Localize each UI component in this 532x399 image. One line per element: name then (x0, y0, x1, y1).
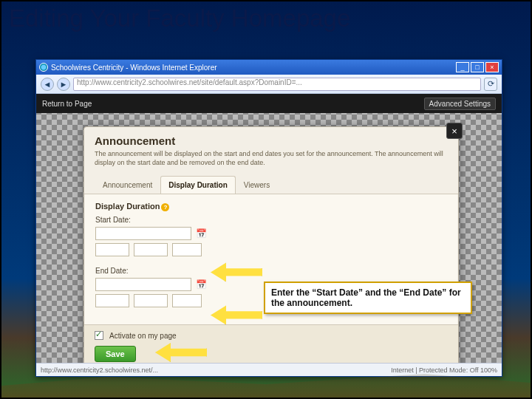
browser-titlebar: Schoolwires Centricity - Windows Interne… (36, 60, 502, 75)
status-right: Internet | Protected Mode: Off 100% (391, 366, 497, 374)
back-button[interactable]: ◄ (41, 78, 54, 91)
tab-viewers[interactable]: Viewers (236, 176, 278, 194)
status-left: http://www.centricity2.schoolwires.net/.… (41, 366, 158, 374)
modal-header: Announcement The announcement will be di… (84, 127, 458, 171)
end-date-label: End Date: (95, 267, 447, 275)
calendar-icon[interactable]: 📅 (196, 228, 207, 239)
cms-topbar: Return to Page Advanced Settings (36, 94, 502, 113)
end-date-input[interactable] (95, 278, 191, 291)
end-ampm-input[interactable] (172, 294, 202, 307)
arrow-icon (211, 305, 262, 324)
modal-footer: Activate on my page (84, 324, 458, 346)
callout-dates: Enter the “Start Date” and the “End Date… (264, 282, 472, 314)
page-viewport: Return to Page Advanced Settings × Annou… (36, 94, 502, 363)
modal-description: The announcement will be displayed on th… (95, 150, 448, 167)
close-window-button[interactable]: × (485, 62, 499, 72)
browser-window: Schoolwires Centricity - Windows Interne… (35, 59, 502, 377)
modal-tabs: Announcement Display Duration Viewers (84, 176, 458, 194)
return-link[interactable]: Return to Page (42, 100, 92, 108)
browser-toolbar: ◄ ► http://www.centricity2.schoolwires.n… (36, 75, 502, 94)
save-button[interactable]: Save (95, 346, 136, 362)
refresh-button[interactable]: ⟳ (484, 78, 497, 91)
activate-checkbox[interactable] (95, 331, 103, 340)
maximize-button[interactable]: □ (471, 62, 484, 72)
forward-button[interactable]: ► (57, 78, 70, 91)
tab-announcement[interactable]: Announcement (95, 176, 160, 194)
start-date-label: Start Date: (95, 216, 447, 224)
slide-title: Editing Your Faculty Homepage (9, 4, 523, 33)
address-bar[interactable]: http://www.centricity2.schoolwires.net/s… (73, 78, 481, 91)
modal-body: Display Duration? Start Date: 📅 End Date… (85, 194, 457, 324)
close-icon[interactable]: × (446, 123, 463, 139)
slide: Editing Your Faculty Homepage Schoolwire… (0, 0, 532, 399)
help-icon[interactable]: ? (161, 203, 169, 211)
start-ampm-input[interactable] (172, 243, 202, 256)
section-title: Display Duration? (95, 202, 447, 211)
minimize-button[interactable]: _ (456, 62, 469, 72)
start-min-input[interactable] (134, 243, 168, 256)
start-hour-input[interactable] (95, 243, 129, 256)
end-hour-input[interactable] (95, 294, 129, 307)
browser-status-bar: http://www.centricity2.schoolwires.net/.… (36, 363, 502, 376)
start-date-input[interactable] (95, 227, 191, 240)
activate-label: Activate on my page (109, 332, 177, 340)
window-title: Schoolwires Centricity - Windows Interne… (51, 64, 217, 72)
tab-display-duration[interactable]: Display Duration (160, 176, 235, 194)
ie-icon (39, 63, 48, 72)
end-min-input[interactable] (134, 294, 168, 307)
modal-title: Announcement (95, 134, 448, 147)
window-buttons: _ □ × (456, 62, 499, 72)
announcement-modal: × Announcement The announcement will be … (83, 126, 459, 363)
advanced-settings-button[interactable]: Advanced Settings (424, 98, 496, 110)
arrow-icon (155, 343, 207, 362)
calendar-icon[interactable]: 📅 (196, 279, 207, 290)
title-row: Editing Your Faculty Homepage (1, 1, 531, 33)
